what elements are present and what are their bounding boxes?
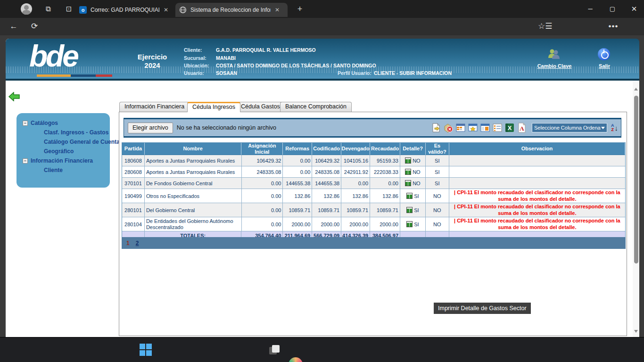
tree-collapse-icon[interactable]: −: [23, 158, 28, 164]
cambio-clave-link[interactable]: Cambio Clave: [537, 63, 572, 69]
col-devengado[interactable]: Devengado: [341, 143, 370, 155]
cambio-clave-icon[interactable]: [547, 49, 561, 59]
detalle-grid-icon[interactable]: [405, 169, 411, 175]
scrollbar-thumb[interactable]: [634, 96, 638, 263]
sort-az-icon[interactable]: AZ ↓: [611, 123, 618, 132]
new-tab-button[interactable]: +: [294, 2, 305, 14]
refresh-icon[interactable]: ⟳: [28, 20, 41, 33]
sidebar-item-cliente[interactable]: Cliente: [44, 167, 63, 173]
new-window-icon[interactable]: [468, 123, 478, 133]
page-1-current[interactable]: 1: [126, 240, 130, 247]
cell-asignacion: 0.00: [242, 203, 283, 217]
perfil-value: CLIENTE - SUBIR INFORMACION: [374, 70, 452, 76]
page-2-link[interactable]: 2: [136, 240, 139, 247]
cell-codificado: 248335.08: [312, 166, 341, 178]
cell-devengado: 10859.71: [341, 203, 370, 217]
tab-cedula-ingresos[interactable]: Cédula Ingresos: [187, 102, 240, 112]
collapse-menu-icon[interactable]: [8, 92, 20, 101]
tree-collapse-icon[interactable]: −: [23, 121, 28, 126]
sidebar-item-catalogo-general-cuentas[interactable]: Catálogo General de Cuentas: [44, 139, 123, 145]
browser-tab-mail[interactable]: o Correo: GAD PARROQUIAL VALLE ✕: [75, 3, 172, 17]
back-icon[interactable]: ←: [8, 20, 20, 33]
ubicacion-label: Ubicación:: [184, 63, 209, 68]
col-es-valido[interactable]: Es válido?: [426, 143, 449, 155]
export-excel-icon[interactable]: X: [504, 123, 515, 133]
cell-detalle[interactable]: SI: [400, 189, 426, 203]
perfil-label: Perfil Usuario:: [338, 70, 372, 76]
col-nombre[interactable]: Nombre: [145, 143, 242, 155]
table-row: 280104 De Entidades del Gobierno Autónom…: [122, 217, 625, 231]
table-row: 280608 Aportes a Juntas Parroquiales Rur…: [122, 166, 625, 178]
cell-nombre: Aportes a Juntas Parroquiales Rurales: [145, 155, 242, 166]
col-reformas[interactable]: Reformas: [283, 143, 312, 155]
cell-detalle[interactable]: SI: [400, 203, 426, 217]
detalle-grid-icon[interactable]: [405, 157, 411, 164]
no-file-text: No se ha seleccionado ningún archivo: [177, 124, 276, 131]
export-pdf-icon[interactable]: A: [517, 123, 527, 133]
sidebar-item-informacion-financiera[interactable]: −Información Financiera: [23, 157, 93, 164]
tab-balance-comprobacion[interactable]: Balance Comprobación: [280, 102, 352, 112]
copilot-taskbar-icon[interactable]: [289, 357, 303, 362]
cell-detalle[interactable]: NO: [400, 155, 426, 166]
sidebar-item-clasf-ingresos-gastos[interactable]: Clasf. Ingresos - Gastos: [44, 129, 108, 136]
layout-window-icon[interactable]: [480, 123, 490, 133]
col-codificado[interactable]: Codificado: [312, 143, 341, 155]
window-minimize-button[interactable]: ─: [583, 0, 597, 18]
col-observacion[interactable]: Observacion: [449, 143, 625, 155]
browser-tab-sistema[interactable]: Sistema de Recoleccion de Inform ✕: [175, 3, 288, 17]
col-asignacion-inicial[interactable]: Asignación Inicial: [241, 143, 283, 155]
window-close-button[interactable]: ✕: [627, 0, 641, 18]
svg-text:X: X: [508, 124, 512, 132]
tab-cedula-gastos[interactable]: Cédula Gastos: [236, 102, 285, 112]
favorites-icon[interactable]: ☆☰: [538, 20, 550, 33]
list-view-icon[interactable]: [492, 123, 503, 133]
cell-nombre: Otros no Especificados: [145, 189, 242, 203]
cell-detalle[interactable]: NO: [400, 166, 426, 178]
salir-link[interactable]: Salir: [597, 63, 612, 69]
cell-detalle[interactable]: NO: [400, 178, 426, 189]
detalle-grid-icon[interactable]: [406, 221, 413, 227]
ubicacion-value: COSTA / SANTO DOMINGO DE LOS TSÁCHILAS /…: [216, 63, 376, 68]
scroll-down-icon[interactable]: [634, 330, 638, 333]
load-grid-icon[interactable]: [455, 123, 466, 133]
cliente-label: Cliente:: [184, 47, 202, 53]
cell-reformas: 2000.00: [283, 217, 312, 231]
cell-devengado: 104105.16: [341, 155, 370, 166]
cell-codificado: 132.86: [312, 189, 341, 203]
cell-observacion: [449, 166, 625, 178]
detalle-grid-icon[interactable]: [406, 207, 413, 213]
salir-power-icon[interactable]: [598, 48, 610, 60]
cell-partida: 280101: [122, 203, 145, 217]
cell-partida: 180608: [122, 155, 145, 166]
cell-recaudado: 10859.71: [370, 203, 400, 217]
sidebar-item-geografico[interactable]: Geográfico: [44, 148, 74, 155]
col-detalle[interactable]: Detalle?: [400, 143, 426, 155]
scroll-up-icon[interactable]: [634, 88, 638, 90]
window-maximize-button[interactable]: ▢: [605, 0, 619, 18]
usuario-value: SOSAAN: [216, 70, 237, 76]
cell-codificado: 10859.71: [312, 203, 341, 217]
cell-asignacion: 0.00: [242, 189, 283, 203]
start-button[interactable]: [140, 344, 152, 356]
choose-file-button[interactable]: Elegir archivo: [128, 123, 173, 133]
table-row: 370101 De Fondos Gobierno Central 0.00 1…: [122, 178, 625, 189]
detalle-grid-icon[interactable]: [405, 180, 411, 186]
detalle-grid-icon[interactable]: [406, 193, 413, 199]
tab-actions-icon[interactable]: ⊡: [63, 3, 74, 15]
workspaces-icon[interactable]: ⧉: [42, 3, 54, 15]
col-recaudado[interactable]: Recaudado: [370, 143, 400, 155]
more-menu-icon[interactable]: •••: [607, 20, 619, 33]
task-view-icon[interactable]: [267, 343, 281, 357]
process-file-icon[interactable]: [431, 123, 441, 133]
tab-close-icon[interactable]: ✕: [275, 7, 280, 13]
screen: ⧉ ⊡ o Correo: GAD PARROQUIAL VALLE ✕ Sis…: [0, 0, 644, 362]
browser-profile-avatar[interactable]: [21, 3, 32, 15]
sidebar-item-catalogos[interactable]: −Catálogos: [23, 120, 58, 126]
tab-close-icon[interactable]: ✕: [164, 7, 168, 13]
tab-informacion-financiera[interactable]: Información Financiera: [119, 102, 190, 112]
col-partida[interactable]: Partida: [122, 143, 145, 155]
cell-detalle[interactable]: SI: [400, 217, 426, 231]
sort-column-dropdown[interactable]: Seleccione Columna Ordena: [532, 123, 607, 132]
cell-partida: 370101: [122, 178, 145, 189]
cancel-file-icon[interactable]: [443, 123, 454, 133]
